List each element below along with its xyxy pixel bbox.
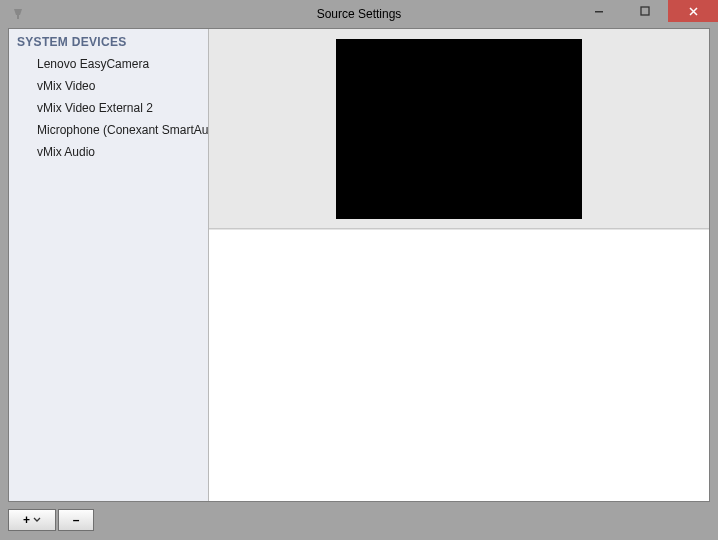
svg-rect-2 — [641, 7, 649, 15]
sidebar: SYSTEM DEVICES Lenovo EasyCamera vMix Vi… — [9, 29, 209, 501]
sidebar-item[interactable]: vMix Video — [9, 75, 208, 97]
video-preview — [336, 39, 582, 219]
detail-pane — [209, 229, 709, 501]
sidebar-item-label: Microphone (Conexant SmartAudi — [37, 123, 208, 137]
chevron-down-icon — [33, 516, 41, 524]
content: SYSTEM DEVICES Lenovo EasyCamera vMix Vi… — [8, 28, 710, 502]
titlebar: Source Settings — [0, 0, 718, 28]
client-area: SYSTEM DEVICES Lenovo EasyCamera vMix Vi… — [8, 28, 710, 532]
app-icon — [10, 6, 26, 22]
sidebar-item-label: vMix Video External 2 — [37, 101, 153, 115]
sidebar-items: Lenovo EasyCamera vMix Video vMix Video … — [9, 53, 208, 163]
sidebar-item[interactable]: vMix Audio — [9, 141, 208, 163]
sidebar-item[interactable]: Lenovo EasyCamera — [9, 53, 208, 75]
add-source-button[interactable]: + — [8, 509, 56, 531]
bottom-toolbar: + – — [8, 502, 710, 532]
sidebar-item[interactable]: vMix Video External 2 — [9, 97, 208, 119]
sidebar-item-label: vMix Video — [37, 79, 95, 93]
plus-icon: + — [23, 513, 30, 527]
minimize-button[interactable] — [576, 0, 622, 22]
preview-pane — [209, 29, 709, 229]
maximize-button[interactable] — [622, 0, 668, 22]
right-pane — [209, 29, 709, 501]
sidebar-item-label: Lenovo EasyCamera — [37, 57, 149, 71]
window-controls — [576, 0, 718, 22]
svg-rect-1 — [595, 11, 603, 13]
close-button[interactable] — [668, 0, 718, 22]
sidebar-item[interactable]: Microphone (Conexant SmartAudi — [9, 119, 208, 141]
sidebar-item-label: vMix Audio — [37, 145, 95, 159]
svg-rect-0 — [17, 15, 19, 19]
remove-source-button[interactable]: – — [58, 509, 94, 531]
sidebar-header: SYSTEM DEVICES — [9, 29, 208, 53]
minus-icon: – — [73, 513, 80, 527]
